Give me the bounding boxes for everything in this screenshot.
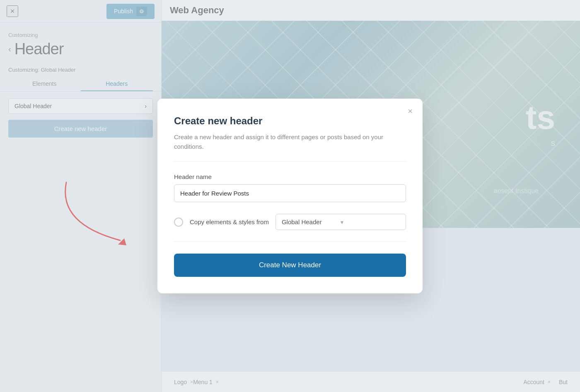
copy-dropdown-value: Global Header	[282, 218, 341, 225]
modal-close-button[interactable]: ×	[404, 105, 416, 117]
modal-overlay: × Create new header Create a new header …	[0, 0, 580, 392]
modal-title: Create new header	[174, 115, 406, 127]
modal-dialog: × Create new header Create a new header …	[157, 99, 423, 293]
modal-description: Create a new header and assign it to dif…	[174, 133, 406, 162]
header-name-label: Header name	[174, 173, 406, 180]
copy-label: Copy elements & styles from	[190, 218, 269, 225]
header-name-input[interactable]	[174, 184, 406, 202]
create-new-header-modal-button[interactable]: Create New Header	[174, 254, 406, 277]
copy-radio[interactable]	[174, 218, 183, 227]
copy-row: Copy elements & styles from Global Heade…	[174, 214, 406, 242]
chevron-down-icon: ▾	[341, 219, 400, 225]
copy-from-dropdown[interactable]: Global Header ▾	[276, 214, 406, 230]
